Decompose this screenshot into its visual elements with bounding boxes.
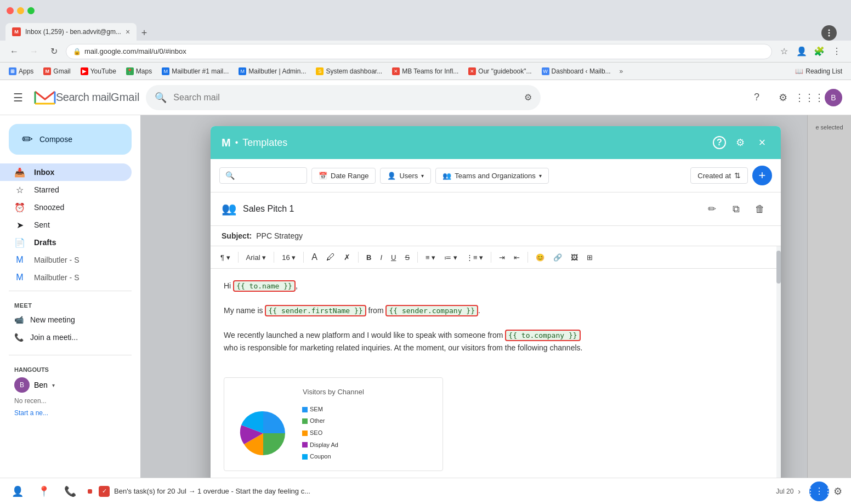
browser-settings-icon[interactable]: ⋮ — [829, 44, 844, 59]
font-size-select[interactable]: 16 ▾ — [279, 252, 299, 263]
paragraph-btn[interactable]: ¶ ▾ — [217, 252, 234, 263]
italic-btn[interactable]: I — [377, 252, 385, 263]
gmail-menu-icon[interactable]: ☰ — [9, 87, 27, 109]
taskbar-grid-icon[interactable]: ⋮⋮⋮ — [809, 482, 829, 501]
meet-new-meeting[interactable]: 📹 New meeting — [0, 311, 140, 329]
send-icon: ➤ — [14, 220, 25, 230]
search-filter-icon[interactable]: ⚙ — [524, 92, 532, 103]
bullet-btn[interactable]: ⋮≡ ▾ — [463, 252, 486, 263]
modal-search-box[interactable]: 🔍 — [219, 167, 307, 184]
taskbar-map-icon[interactable]: 📍 — [35, 483, 53, 500]
sidebar-item-drafts[interactable]: 📄 Drafts — [0, 234, 132, 251]
start-new-link[interactable]: Start a ne... — [0, 407, 140, 419]
modal-search-input[interactable] — [238, 172, 301, 180]
gmail-search-bar[interactable]: 🔍 ⚙ — [146, 85, 541, 110]
taskbar-notification[interactable]: ✓ Ben's task(s) for 20 Jul → 1 overdue -… — [83, 486, 805, 497]
settings-icon[interactable]: ⚙ — [772, 87, 794, 109]
strikethrough-btn[interactable]: S — [401, 252, 413, 263]
help-icon[interactable]: ? — [746, 87, 768, 109]
chart-legend: SEM Other — [302, 405, 338, 462]
indent-out-btn[interactable]: ⇤ — [510, 252, 523, 263]
bookmark-our[interactable]: ✕ Our "guidebook"... — [464, 65, 536, 77]
taskbar-settings-icon[interactable]: ⚙ — [833, 485, 842, 497]
clear-format-btn[interactable]: ✗ — [341, 251, 354, 263]
highlight-btn[interactable]: 🖊 — [323, 251, 338, 264]
sidebar-item-mailbutler-2[interactable]: M Mailbutler - S — [0, 269, 132, 286]
gmail-app: ☰ Search mail Gmail 🔍 ⚙ ? ⚙ ⋮⋮⋮ B — [0, 80, 851, 478]
bookmark-sys[interactable]: S System dashboar... — [311, 65, 387, 77]
modal-close-icon[interactable]: × — [754, 135, 770, 150]
add-template-button[interactable]: + — [752, 166, 772, 185]
profile-icon[interactable]: 👤 — [794, 44, 809, 59]
bookmark-dash[interactable]: W Dashboard ‹ Mailb... — [537, 65, 615, 77]
bookmark-gmail[interactable]: M Gmail — [39, 65, 75, 77]
gmail-main-area: M • Templates ? ⚙ × 🔍 — [140, 115, 851, 478]
bookmark-mb1[interactable]: M Mailbutler #1 mail... — [157, 65, 233, 77]
taskbar-right: ⋮⋮⋮ ⚙ — [809, 482, 842, 501]
underline-btn[interactable]: U — [388, 252, 399, 263]
url-text: mail.google.com/mail/u/0/#inbox — [84, 47, 186, 55]
hangouts-user[interactable]: B Ben ▾ — [0, 375, 140, 395]
align-btn[interactable]: ≡ ▾ — [422, 252, 439, 263]
image-btn[interactable]: 🖼 — [568, 252, 581, 263]
meet-join[interactable]: 📞 Join a meeti... — [0, 329, 140, 346]
sidebar-item-inbox[interactable]: 📥 Inbox — [0, 163, 132, 181]
forward-button[interactable]: → — [26, 44, 42, 59]
text-color-btn[interactable]: A — [308, 251, 321, 264]
youtube-label: YouTube — [90, 67, 116, 75]
sidebar-item-sent[interactable]: ➤ Sent — [0, 216, 132, 234]
table-btn[interactable]: ⊞ — [583, 252, 596, 263]
url-bar[interactable]: 🔒 mail.google.com/mail/u/0/#inbox — [66, 44, 772, 59]
new-tab-button[interactable]: + — [137, 25, 152, 41]
bookmark-mb2[interactable]: M Mailbutler | Admin... — [234, 65, 310, 77]
scrollbar-thumb[interactable] — [776, 251, 781, 284]
seo-label: SEO — [310, 428, 322, 438]
refresh-button[interactable]: ↻ — [46, 44, 61, 59]
editor-body[interactable]: Hi {{ to.name }}, My name is {{ sender.f… — [211, 269, 776, 478]
bookmark-mb-teams[interactable]: ✕ MB Teams for Infl... — [388, 65, 463, 77]
emoji-btn[interactable]: 😊 — [532, 252, 548, 263]
active-tab[interactable]: M Inbox (1,259) - ben.advvit@gm... × — [5, 23, 137, 41]
bookmark-maps[interactable]: 📍 Maps — [122, 65, 156, 77]
more-bookmarks-button[interactable]: » — [616, 65, 627, 77]
template-delete-icon[interactable]: 🗑 — [750, 199, 770, 219]
extension-icon[interactable]: 🧩 — [812, 44, 827, 59]
reading-list-button[interactable]: 📖 Reading List — [791, 65, 847, 77]
tab-close-icon[interactable]: × — [126, 27, 130, 36]
toolbar-sep-7 — [527, 252, 528, 263]
bookmark-star-icon[interactable]: ☆ — [776, 44, 792, 59]
taskbar-phone-icon[interactable]: 📞 — [61, 483, 79, 500]
user-avatar[interactable]: B — [825, 89, 842, 106]
modal-settings-icon[interactable]: ⚙ — [733, 135, 748, 150]
maximize-button[interactable] — [27, 7, 35, 14]
link-btn[interactable]: 🔗 — [550, 252, 565, 263]
browser-menu-icon[interactable] — [821, 25, 837, 41]
apps-grid-icon[interactable]: ⋮⋮⋮ — [798, 87, 820, 109]
back-button[interactable]: ← — [7, 44, 22, 59]
bold-btn[interactable]: B — [363, 252, 375, 263]
compose-button[interactable]: ✏ Compose — [9, 124, 132, 155]
list-btn[interactable]: ≔ ▾ — [441, 252, 461, 263]
teams-organizations-filter[interactable]: 👥 Teams and Organizations ▾ — [435, 168, 548, 184]
bookmark-apps[interactable]: ⊞ Apps — [4, 65, 38, 77]
font-select[interactable]: Arial ▾ — [243, 252, 270, 263]
template-copy-icon[interactable]: ⧉ — [726, 199, 746, 219]
date-range-filter[interactable]: 📅 Date Range — [311, 168, 376, 184]
search-input[interactable] — [173, 93, 518, 103]
close-button[interactable] — [7, 7, 14, 14]
sidebar-item-mailbutler-1[interactable]: M Mailbutler - S — [0, 251, 132, 269]
sidebar-item-snoozed[interactable]: ⏰ Snoozed — [0, 199, 132, 216]
sys-favicon: S — [316, 67, 324, 75]
minimize-button[interactable] — [17, 7, 24, 14]
modal-help-icon[interactable]: ? — [713, 136, 726, 149]
notification-arrow-icon[interactable]: › — [798, 487, 801, 496]
template-edit-icon[interactable]: ✏ — [702, 199, 722, 219]
sort-button[interactable]: Created at ⇅ — [690, 167, 748, 184]
users-filter[interactable]: 👤 Users ▾ — [380, 168, 431, 184]
modal-scrollbar[interactable] — [776, 246, 781, 478]
bookmark-youtube[interactable]: ▶ YouTube — [76, 65, 121, 77]
gmail-label: Gmail — [53, 67, 70, 75]
indent-in-btn[interactable]: ⇥ — [496, 252, 508, 263]
taskbar-people-icon[interactable]: 👤 — [9, 483, 26, 500]
sidebar-item-starred[interactable]: ☆ Starred — [0, 181, 132, 199]
